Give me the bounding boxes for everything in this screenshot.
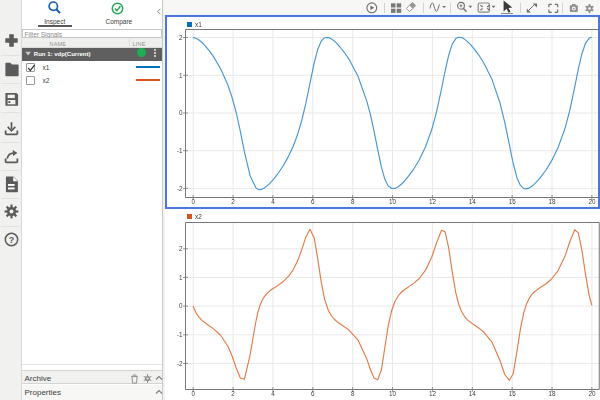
svg-text:16: 16 bbox=[509, 390, 517, 397]
svg-text:2: 2 bbox=[179, 245, 183, 252]
svg-text:2: 2 bbox=[231, 390, 235, 397]
svg-text:-2: -2 bbox=[177, 360, 183, 367]
svg-text:10: 10 bbox=[389, 390, 397, 397]
svg-text:14: 14 bbox=[469, 390, 477, 397]
svg-text:8: 8 bbox=[351, 390, 355, 397]
svg-text:12: 12 bbox=[429, 390, 437, 397]
svg-text:20: 20 bbox=[588, 390, 596, 397]
svg-text:0: 0 bbox=[191, 390, 195, 397]
svg-text:6: 6 bbox=[311, 390, 315, 397]
svg-text:4: 4 bbox=[271, 390, 275, 397]
svg-text:?: ? bbox=[8, 235, 14, 245]
svg-text:18: 18 bbox=[548, 390, 556, 397]
svg-text:0: 0 bbox=[179, 302, 183, 309]
svg-text:-1: -1 bbox=[177, 331, 183, 338]
svg-text:1: 1 bbox=[179, 274, 183, 281]
